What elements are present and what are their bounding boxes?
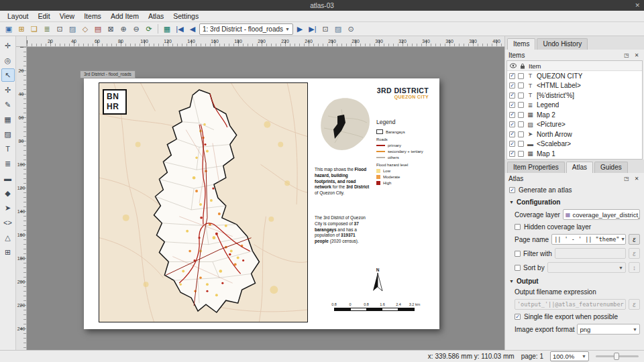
- export-svg-button[interactable]: ◇: [79, 23, 91, 35]
- add-arrow-button[interactable]: ➤: [1, 201, 15, 215]
- visibility-checkbox[interactable]: [509, 82, 515, 88]
- visibility-checkbox[interactable]: [509, 93, 515, 99]
- item-row-district-label[interactable]: T[%'district'%]: [507, 90, 642, 101]
- menu-view[interactable]: View: [55, 11, 80, 21]
- export-atlas-image-button[interactable]: ▨: [332, 23, 344, 35]
- visibility-checkbox[interactable]: [509, 112, 515, 118]
- item-row-north-arrow[interactable]: ➤North Arrow: [507, 129, 642, 139]
- print-atlas-button[interactable]: ⊡: [319, 23, 331, 35]
- zoom-tool-button[interactable]: ◎: [1, 54, 15, 67]
- item-row-picture[interactable]: ▨<Picture>: [507, 120, 642, 130]
- lock-checkbox[interactable]: [518, 102, 524, 108]
- move-content-tool-button[interactable]: ✢: [1, 83, 15, 97]
- item-row-legend[interactable]: ≣Legend: [507, 101, 642, 111]
- first-feature-button[interactable]: |◀: [174, 23, 186, 35]
- tab-atlas[interactable]: Atlas: [566, 162, 593, 173]
- dock-float-icon[interactable]: ◳: [623, 174, 631, 182]
- export-pdf-button[interactable]: ▤: [92, 23, 104, 35]
- item-row-quezon-city[interactable]: TQUEZON CITY: [507, 71, 642, 81]
- next-feature-button[interactable]: ▶: [294, 23, 306, 35]
- item-row-map-1[interactable]: ▦Map 1: [507, 149, 642, 159]
- new-layout-button[interactable]: ⊞: [15, 23, 28, 35]
- output-group[interactable]: ▼ Output: [509, 278, 640, 285]
- export-image-button[interactable]: ▨: [66, 23, 78, 35]
- duplicate-layout-button[interactable]: ❏: [28, 23, 40, 35]
- layout-canvas[interactable]: 3rd District - flood_roads: [27, 47, 504, 350]
- zoom-slider-handle[interactable]: [614, 353, 619, 360]
- visibility-checkbox[interactable]: [509, 102, 515, 108]
- zoom-slider[interactable]: [596, 355, 639, 357]
- lock-checkbox[interactable]: [518, 151, 524, 157]
- page-name-expression-input[interactable]: || ' - ' || "theme" ▼: [551, 234, 626, 245]
- close-icon[interactable]: ✕: [635, 2, 640, 9]
- lock-checkbox[interactable]: [518, 112, 524, 118]
- last-feature-button[interactable]: ▶|: [307, 23, 319, 35]
- tab-undo-history[interactable]: Undo History: [537, 38, 588, 50]
- description-text-1[interactable]: This map shows the Flood hazard, buildin…: [315, 167, 370, 196]
- print-button[interactable]: ⊡: [54, 23, 66, 35]
- zoom-level-combo[interactable]: 100.0% ▼: [550, 351, 589, 361]
- lock-checkbox[interactable]: [518, 141, 524, 147]
- tab-guides[interactable]: Guides: [594, 162, 628, 173]
- dock-close-icon[interactable]: ✕: [633, 174, 641, 182]
- preview-atlas-button[interactable]: ▦: [161, 23, 173, 35]
- lock-checkbox[interactable]: [518, 82, 524, 88]
- add-shape-button[interactable]: ◆: [1, 186, 15, 200]
- zoom-full-button[interactable]: ⊠: [105, 23, 117, 35]
- scalebar-item[interactable]: 0.800.81.62.43.2 km: [325, 302, 423, 313]
- add-legend-button[interactable]: ≣: [1, 157, 15, 170]
- item-row-scalebar[interactable]: ▬<Scalebar>: [507, 139, 642, 149]
- menu-edit[interactable]: Edit: [34, 11, 55, 21]
- map-item-main[interactable]: [99, 82, 308, 322]
- lock-checkbox[interactable]: [518, 121, 524, 127]
- select-move-item-tool-button[interactable]: ↖: [1, 68, 15, 82]
- item-row-map-2[interactable]: ▦Map 2: [507, 110, 642, 120]
- configuration-group[interactable]: ▼ Configuration: [509, 198, 640, 206]
- map-item-locator[interactable]: [315, 96, 374, 158]
- previous-feature-button[interactable]: ◀: [186, 23, 199, 35]
- atlas-settings-button[interactable]: ⊙: [345, 23, 357, 35]
- map-title-block[interactable]: 3RD DISTRICT QUEZON CITY: [377, 86, 429, 99]
- add-table-button[interactable]: ⊞: [1, 245, 15, 259]
- save-project-button[interactable]: ▣: [3, 23, 15, 35]
- visibility-checkbox[interactable]: [509, 141, 515, 147]
- north-arrow-item[interactable]: N: [370, 267, 386, 294]
- visibility-checkbox[interactable]: [509, 73, 515, 79]
- lock-checkbox[interactable]: [518, 93, 524, 99]
- menu-atlas[interactable]: Atlas: [144, 11, 168, 21]
- menu-add-item[interactable]: Add Item: [106, 11, 144, 21]
- add-scalebar-button[interactable]: ▬: [1, 172, 15, 185]
- menu-layout[interactable]: Layout: [3, 11, 34, 21]
- dock-close-icon[interactable]: ✕: [633, 51, 641, 59]
- image-export-format-combo[interactable]: png ▼: [577, 324, 640, 335]
- visibility-checkbox[interactable]: [509, 121, 515, 127]
- add-map-button[interactable]: ▦: [1, 113, 15, 126]
- generate-atlas-checkbox[interactable]: [509, 187, 515, 193]
- menu-settings[interactable]: Settings: [168, 11, 203, 21]
- lock-checkbox[interactable]: [518, 73, 524, 79]
- zoom-out-button[interactable]: ⊖: [130, 23, 142, 35]
- description-text-2[interactable]: The 3rd District of Quezon City is compo…: [315, 215, 370, 245]
- pan-tool-button[interactable]: ✛: [1, 39, 15, 52]
- zoom-in-button[interactable]: ⊕: [117, 23, 129, 35]
- edit-nodes-tool-button[interactable]: ✎: [1, 98, 15, 111]
- bnhr-logo[interactable]: BN HR: [103, 89, 127, 115]
- tab-item-properties[interactable]: Item Properties: [507, 162, 565, 173]
- coverage-layer-combo[interactable]: ▦ coverage_layer_district_then ▼: [563, 209, 640, 220]
- item-row-html-label[interactable]: T<HTML Label>: [507, 81, 642, 91]
- visibility-checkbox[interactable]: [509, 151, 515, 157]
- lock-checkbox[interactable]: [518, 131, 524, 137]
- visibility-checkbox[interactable]: [509, 131, 515, 137]
- expression-builder-button[interactable]: ε: [629, 234, 640, 245]
- add-node-item-button[interactable]: △: [1, 231, 15, 244]
- layout-manager-button[interactable]: ≣: [41, 23, 53, 35]
- single-file-export-checkbox[interactable]: [515, 314, 521, 320]
- tab-items[interactable]: Items: [507, 38, 535, 50]
- filter-with-checkbox[interactable]: [515, 251, 521, 257]
- add-html-button[interactable]: <>: [1, 216, 15, 229]
- dock-float-icon[interactable]: ◳: [623, 51, 631, 59]
- hidden-coverage-layer-checkbox[interactable]: [515, 224, 521, 230]
- atlas-feature-combo[interactable]: 1: 3rd District - flood_roads ▼: [199, 23, 293, 35]
- add-label-button[interactable]: T: [1, 142, 15, 156]
- add-picture-button[interactable]: ▨: [1, 127, 15, 141]
